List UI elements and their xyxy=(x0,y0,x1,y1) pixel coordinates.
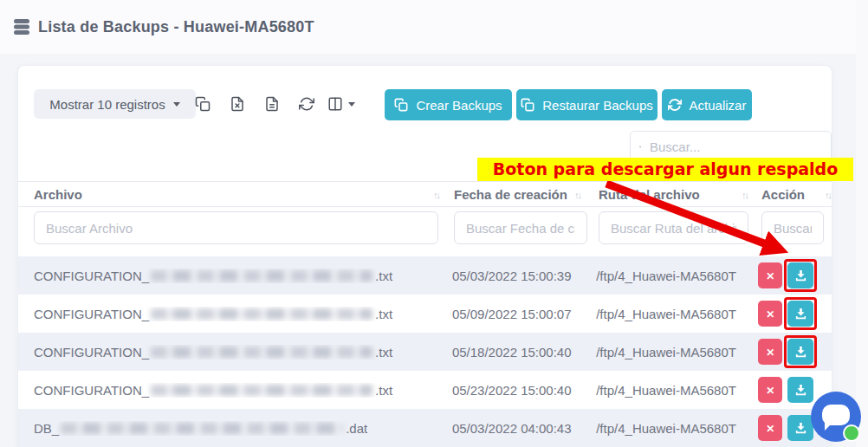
delete-button[interactable] xyxy=(758,339,782,365)
redacted-blur xyxy=(151,270,372,282)
filter-archivo-input[interactable] xyxy=(34,211,438,244)
create-backups-button[interactable]: Crear Backups xyxy=(385,89,512,120)
file-name-prefix: DB_ xyxy=(34,421,59,436)
file-extension: .txt xyxy=(375,269,392,283)
table-row: CONFIGURATION_ .txt 05/03/2022 15:00:39 … xyxy=(18,256,832,295)
actions-cell xyxy=(758,259,832,292)
create-backups-label: Crear Backups xyxy=(416,98,502,113)
page-title: Lista de Backups - Huawei-MA5680T xyxy=(38,18,314,36)
refresh-label: Actualizar xyxy=(690,98,747,113)
file-name-prefix: CONFIGURATION_ xyxy=(34,307,149,321)
redacted-blur xyxy=(151,385,372,396)
download-icon xyxy=(794,346,807,359)
filter-accion-input[interactable] xyxy=(761,211,824,244)
refresh-icon xyxy=(668,98,682,112)
created-date-cell: 05/23/2022 15:00:40 xyxy=(452,383,596,398)
chevron-down-icon xyxy=(348,102,355,107)
file-path-cell: /ftp/4_Huawei-MA5680T xyxy=(596,307,758,321)
file-name-prefix: CONFIGURATION_ xyxy=(34,269,149,283)
file-extension: .txt xyxy=(375,345,392,360)
backup-icon xyxy=(394,98,408,112)
table-row: DB_ .dat 05/03/2022 04:00:43 /ftp/4_Huaw… xyxy=(18,409,832,447)
download-button-wrapper xyxy=(784,373,817,406)
show-records-dropdown[interactable]: Mostrar 10 registros xyxy=(34,89,196,119)
file-extension: .txt xyxy=(375,307,392,321)
column-label: Ruta del archivo xyxy=(599,187,700,202)
download-button[interactable] xyxy=(787,339,813,365)
file-cell: DB_ .dat xyxy=(34,421,452,436)
download-icon xyxy=(794,384,807,397)
download-icon xyxy=(794,308,807,321)
x-icon xyxy=(766,422,774,435)
file-cell: CONFIGURATION_ .txt xyxy=(34,269,452,283)
x-icon xyxy=(766,384,774,397)
download-icon xyxy=(794,269,807,282)
annotation-label: Boton para descargar algun respaldo xyxy=(477,158,853,181)
refresh-button[interactable]: Actualizar xyxy=(662,89,752,120)
filter-row xyxy=(18,211,832,244)
file-path-cell: /ftp/4_Huawei-MA5680T xyxy=(596,421,758,436)
actions-cell xyxy=(758,297,832,330)
column-label: Acción xyxy=(761,187,805,202)
copy-icon[interactable] xyxy=(188,89,217,119)
chevron-down-icon xyxy=(173,102,180,107)
column-visibility-icon[interactable] xyxy=(327,89,356,119)
column-label: Fecha de creación xyxy=(454,187,567,202)
column-header-fecha[interactable]: Fecha de creación xyxy=(454,182,580,207)
file-cell: CONFIGURATION_ .txt xyxy=(34,345,452,360)
sort-icon xyxy=(825,190,831,200)
table-body: CONFIGURATION_ .txt 05/03/2022 15:00:39 … xyxy=(18,256,832,447)
download-button[interactable] xyxy=(787,415,813,441)
file-cell: CONFIGURATION_ .txt xyxy=(34,307,452,321)
delete-button[interactable] xyxy=(758,377,782,403)
delete-button[interactable] xyxy=(758,262,782,288)
download-button-wrapper xyxy=(784,297,817,330)
file-extension: .dat xyxy=(346,421,367,436)
download-button[interactable] xyxy=(787,301,813,327)
chat-bubble-icon xyxy=(822,405,850,425)
download-button[interactable] xyxy=(787,262,813,288)
redacted-blur xyxy=(61,423,343,434)
download-button[interactable] xyxy=(787,377,813,403)
table-row: CONFIGURATION_ .txt 05/18/2022 15:00:40 … xyxy=(18,333,832,371)
restore-backups-button[interactable]: Restaurar Backups xyxy=(516,89,657,120)
export-file-icon[interactable] xyxy=(257,89,287,119)
table-header-row: Archivo Fecha de creación Ruta del archi… xyxy=(18,181,832,207)
redacted-blur xyxy=(151,347,372,358)
online-status-dot xyxy=(843,424,860,442)
search-icon xyxy=(639,139,641,154)
table-row: CONFIGURATION_ .txt 05/09/2022 15:00:07 … xyxy=(18,295,832,333)
show-records-label: Mostrar 10 registros xyxy=(49,97,165,112)
database-icon xyxy=(13,18,30,36)
filter-ruta-input[interactable] xyxy=(599,211,748,244)
column-header-accion[interactable]: Acción xyxy=(761,182,831,207)
search-input[interactable] xyxy=(650,139,822,154)
column-header-ruta[interactable]: Ruta del archivo xyxy=(599,182,748,207)
export-excel-icon[interactable] xyxy=(223,89,252,119)
table-row: CONFIGURATION_ .txt 05/23/2022 15:00:40 … xyxy=(18,371,832,409)
x-icon xyxy=(766,269,774,282)
restore-backups-label: Restaurar Backups xyxy=(542,98,653,113)
created-date-cell: 05/03/2022 04:00:43 xyxy=(452,421,596,436)
reload-icon[interactable] xyxy=(292,89,321,119)
x-icon xyxy=(766,346,774,359)
export-toolbar xyxy=(188,89,356,119)
download-icon xyxy=(794,422,807,435)
sort-icon xyxy=(574,190,580,200)
sort-icon xyxy=(433,190,439,200)
delete-button[interactable] xyxy=(758,301,782,327)
file-cell: CONFIGURATION_ .txt xyxy=(34,383,452,398)
file-name-prefix: CONFIGURATION_ xyxy=(34,383,149,398)
chat-widget-button[interactable] xyxy=(811,392,861,442)
redacted-blur xyxy=(151,308,372,320)
page-header: Lista de Backups - Huawei-MA5680T xyxy=(0,0,868,54)
file-name-prefix: CONFIGURATION_ xyxy=(34,345,149,360)
download-button-wrapper xyxy=(784,259,817,292)
column-header-archivo[interactable]: Archivo xyxy=(34,182,439,207)
filter-fecha-input[interactable] xyxy=(454,211,587,244)
file-extension: .txt xyxy=(375,383,392,398)
column-label: Archivo xyxy=(34,187,82,202)
delete-button[interactable] xyxy=(758,415,782,441)
created-date-cell: 05/03/2022 15:00:39 xyxy=(452,269,596,283)
page-gutter xyxy=(856,0,868,447)
